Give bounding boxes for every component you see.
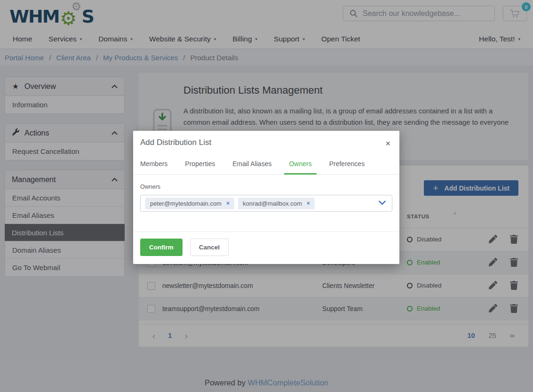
owners-multiselect[interactable]: peter@mytestdomain.com × konrad@mailbox.…	[140, 195, 392, 212]
owner-tag: konrad@mailbox.com ×	[238, 198, 315, 209]
remove-tag-icon[interactable]: ×	[226, 200, 230, 206]
remove-tag-icon[interactable]: ×	[307, 200, 310, 206]
tab-preferences[interactable]: Preferences	[329, 155, 365, 174]
owners-field-label: Owners	[140, 184, 392, 190]
chevron-down-icon[interactable]	[379, 200, 386, 205]
modal-header: Add Distribution List ×	[133, 131, 399, 151]
tab-members[interactable]: Members	[140, 155, 167, 174]
modal-footer: Confirm Cancel	[133, 232, 399, 264]
modal-body: Owners peter@mytestdomain.com × konrad@m…	[133, 175, 399, 232]
modal-title: Add Distribution List	[140, 138, 211, 147]
owner-tag: peter@mytestdomain.com ×	[145, 198, 234, 209]
tab-email-aliases[interactable]: Email Aliases	[232, 155, 271, 174]
add-distribution-list-modal: Add Distribution List × Members Properti…	[133, 131, 399, 264]
confirm-button[interactable]: Confirm	[140, 239, 183, 256]
modal-tabs: Members Properties Email Aliases Owners …	[133, 155, 399, 175]
tab-properties[interactable]: Properties	[185, 155, 215, 174]
tab-owners[interactable]: Owners	[289, 155, 311, 174]
cancel-button[interactable]: Cancel	[190, 239, 229, 256]
close-icon[interactable]: ×	[384, 138, 391, 149]
